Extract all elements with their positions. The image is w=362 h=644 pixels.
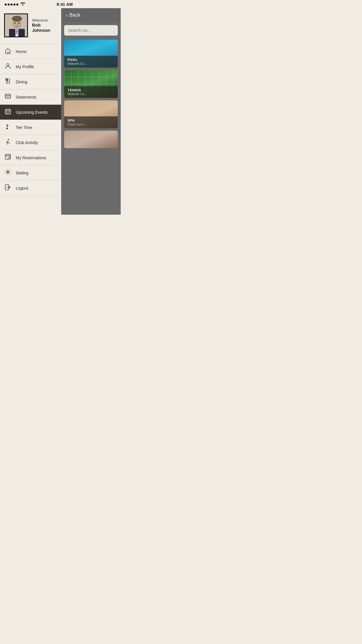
svg-rect-22 xyxy=(6,112,7,112)
back-bar[interactable]: ‹ Back xyxy=(61,8,121,22)
pool-card-overlay: POOL Wabeek Co... xyxy=(64,56,118,68)
statements-icon: $ xyxy=(4,93,12,101)
signal-dot-3 xyxy=(10,4,13,6)
calendar-icon xyxy=(4,108,12,116)
logout-icon xyxy=(4,184,12,192)
search-input[interactable] xyxy=(64,25,118,36)
user-info: Welcome, Bob Johnson xyxy=(32,18,57,33)
sidebar-item-logout[interactable]: Logout xyxy=(0,180,61,196)
avatar xyxy=(4,13,28,37)
dining-label: Dining xyxy=(16,80,27,84)
main-layout: Welcome, Bob Johnson Home xyxy=(0,8,121,215)
sidebar-item-setting[interactable]: Setting xyxy=(0,165,61,180)
svg-rect-26 xyxy=(8,113,8,113)
setting-label: Setting xyxy=(16,171,29,175)
settings-icon xyxy=(4,169,12,177)
pool-category: POOL xyxy=(68,58,114,62)
back-chevron-icon: ‹ xyxy=(66,12,68,18)
sidebar-item-my-reservations[interactable]: My Reservations xyxy=(0,150,61,165)
club-activity-label: Club Activity xyxy=(16,140,38,145)
signal-dot-1 xyxy=(5,4,7,6)
menu-list: Home My Profile xyxy=(0,44,61,215)
spa-subtitle: Enjoy our s... xyxy=(68,123,114,126)
svg-point-6 xyxy=(12,16,22,22)
my-reservations-label: My Reservations xyxy=(16,155,46,160)
pool-card[interactable]: POOL Wabeek Co... xyxy=(64,40,118,68)
upcoming-events-label: Upcoming Events xyxy=(16,110,48,115)
svg-point-29 xyxy=(8,139,9,140)
sidebar: Welcome, Bob Johnson Home xyxy=(0,8,61,215)
venue-cards: POOL Wabeek Co... TENNIS Wabeek Co... xyxy=(61,38,121,215)
user-header: Welcome, Bob Johnson xyxy=(0,8,61,44)
sidebar-item-tee-time[interactable]: Tee Time xyxy=(0,120,61,135)
signal-dot-4 xyxy=(13,4,15,6)
pool-subtitle: Wabeek Co... xyxy=(68,62,114,65)
status-bar: 9:41 AM xyxy=(0,0,121,8)
user-name: Bob Johnson xyxy=(32,22,57,33)
tennis-card[interactable]: TENNIS Wabeek Co... xyxy=(64,70,118,98)
spa-card[interactable]: SPA Enjoy our s... xyxy=(64,100,118,128)
welcome-text: Welcome, xyxy=(32,18,57,22)
sidebar-item-club-activity[interactable]: Club Activity xyxy=(0,135,61,150)
profile-label: My Profile xyxy=(16,64,34,69)
spa-category: SPA xyxy=(68,119,114,122)
reservations-icon xyxy=(4,154,12,162)
sidebar-item-upcoming-events[interactable]: Upcoming Events xyxy=(0,104,61,120)
sidebar-item-dining[interactable]: Dining xyxy=(0,74,61,89)
svg-rect-25 xyxy=(6,113,7,113)
svg-point-9 xyxy=(7,64,9,66)
signal-dot-2 xyxy=(8,4,10,6)
tee-time-icon xyxy=(4,123,12,131)
profile-icon xyxy=(4,63,12,71)
dining-icon xyxy=(4,78,12,86)
activity-icon xyxy=(4,139,12,146)
extra-card[interactable] xyxy=(64,131,118,148)
home-label: Home xyxy=(16,49,27,54)
back-label: Back xyxy=(69,12,80,18)
signal-area xyxy=(5,2,25,7)
tee-time-label: Tee Time xyxy=(16,125,32,130)
svg-rect-24 xyxy=(9,112,10,112)
sidebar-item-home[interactable]: Home xyxy=(0,44,61,59)
spa-card-overlay: SPA Enjoy our s... xyxy=(64,116,118,128)
home-icon xyxy=(4,48,12,55)
svg-point-7 xyxy=(14,22,16,24)
tennis-card-overlay: TENNIS Wabeek Co... xyxy=(64,86,118,98)
svg-point-38 xyxy=(7,172,8,173)
avatar-person xyxy=(5,14,27,36)
right-panel: ‹ Back POOL Wabeek Co... xyxy=(61,8,121,215)
wifi-icon xyxy=(20,2,25,7)
svg-text:$: $ xyxy=(7,97,8,98)
signal-dot-5 xyxy=(16,4,18,6)
logout-label: Logout xyxy=(16,186,28,190)
sidebar-item-statements[interactable]: $ Statements xyxy=(0,89,61,104)
tennis-subtitle: Wabeek Co... xyxy=(68,92,114,96)
tennis-category: TENNIS xyxy=(68,88,114,92)
sidebar-item-my-profile[interactable]: My Profile xyxy=(0,59,61,74)
status-time: 9:41 AM xyxy=(57,2,73,7)
svg-rect-23 xyxy=(8,112,8,112)
svg-point-8 xyxy=(18,22,20,24)
statements-label: Statements xyxy=(16,95,36,99)
